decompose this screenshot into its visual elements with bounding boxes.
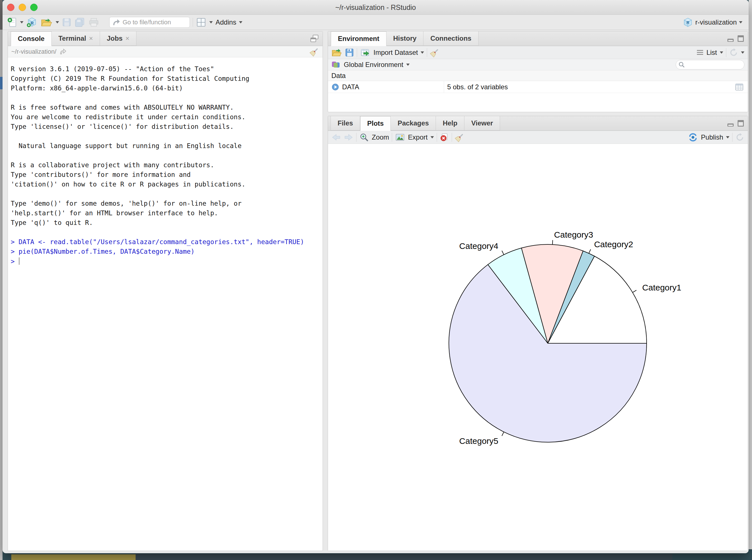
console-panel: Console Terminal × Jobs × ~/r-visualizat… — [8, 31, 323, 551]
tab-terminal[interactable]: Terminal × — [52, 31, 100, 46]
expand-object-icon[interactable] — [331, 83, 339, 91]
scope-selector-label[interactable]: Global Environment — [344, 61, 403, 69]
tab-connections[interactable]: Connections — [423, 31, 478, 46]
refresh-environment-icon[interactable] — [729, 48, 738, 57]
refresh-plot-icon[interactable] — [735, 133, 744, 142]
previous-plot-icon[interactable] — [331, 133, 341, 142]
project-caret — [739, 21, 743, 23]
window-title: ~/r-visualization - RStudio — [3, 0, 749, 15]
console-cursor[interactable] — [19, 257, 20, 265]
pane-layout-icon[interactable] — [196, 17, 206, 28]
console-output-line: Platform: x86_64-apple-darwin15.6.0 (64-… — [11, 84, 321, 94]
console-output-line: You are welcome to redistribute it under… — [11, 113, 321, 123]
minimize-pane-icon[interactable] — [727, 34, 734, 43]
list-view-label[interactable]: List — [707, 48, 717, 57]
save-icon[interactable] — [62, 18, 72, 27]
tab-environment[interactable]: Environment — [331, 32, 386, 46]
pie-chart: Category1Category2Category3Category4Cate… — [328, 144, 748, 551]
export-plot-label[interactable]: Export — [408, 133, 427, 141]
environment-toolbar: Import Dataset List — [328, 46, 748, 59]
console-output-line: R is a collaborative project with many c… — [11, 161, 321, 171]
tab-history[interactable]: History — [386, 31, 424, 46]
scope-selector-caret[interactable] — [406, 64, 410, 66]
goto-file-box[interactable] — [109, 17, 190, 28]
console-command-line: > DATA <- read.table("/Users/lsalazar/co… — [11, 238, 321, 248]
next-plot-icon[interactable] — [344, 133, 353, 142]
console-output-line: Type 'license()' or 'licence()' for dist… — [11, 123, 321, 133]
addins-label[interactable]: Addins — [216, 18, 236, 26]
pie-label: Category1 — [642, 283, 681, 292]
tab-viewer[interactable]: Viewer — [464, 116, 500, 131]
restore-panes-icon[interactable] — [310, 34, 319, 43]
import-dataset-label[interactable]: Import Dataset — [373, 48, 418, 57]
goto-directory-icon[interactable] — [59, 48, 67, 55]
working-dir-label[interactable]: ~/r-visualization/ — [11, 48, 57, 55]
goto-file-input[interactable] — [123, 19, 185, 26]
publish-icon[interactable] — [688, 133, 698, 142]
pie-label: Category4 — [459, 241, 498, 251]
zoom-plot-label[interactable]: Zoom — [372, 133, 389, 141]
environment-search-input[interactable] — [687, 61, 737, 68]
new-project-icon[interactable]: R — [26, 17, 38, 28]
clear-environment-broom-icon[interactable] — [430, 48, 440, 57]
import-dataset-caret[interactable] — [421, 52, 424, 54]
maximize-pane-icon[interactable] — [737, 119, 744, 127]
project-name: r-visualization — [695, 18, 737, 26]
print-icon[interactable] — [88, 18, 99, 27]
environment-search-box[interactable] — [676, 60, 744, 69]
console-working-dir-row: ~/r-visualization/ — [8, 46, 323, 57]
tab-files[interactable]: Files — [330, 116, 360, 131]
toolbar-separator — [726, 48, 726, 57]
goto-arrow-icon — [112, 18, 120, 26]
console-output-line: 'help.start()' for an HTML browser inter… — [11, 209, 321, 219]
tab-help[interactable]: Help — [435, 116, 464, 131]
load-workspace-icon[interactable] — [331, 48, 342, 57]
pie-label-tick — [632, 290, 636, 293]
console-output: R version 3.6.1 (2019-07-05) -- "Action … — [11, 65, 321, 267]
open-file-menu-caret[interactable] — [56, 21, 59, 23]
tab-jobs[interactable]: Jobs × — [100, 31, 137, 46]
rstudio-window: ~/r-visualization - RStudio R Addins — [3, 0, 749, 553]
maximize-pane-icon[interactable] — [737, 34, 744, 43]
console-output-line — [11, 94, 321, 104]
remove-plot-icon[interactable] — [440, 133, 449, 142]
background-window-strip — [0, 0, 3, 560]
object-summary: 5 obs. of 2 variables — [447, 83, 508, 91]
save-workspace-icon[interactable] — [345, 48, 354, 57]
new-file-menu-caret[interactable] — [20, 21, 23, 23]
project-selector[interactable]: R r-visualization — [683, 17, 743, 27]
list-view-caret[interactable] — [720, 52, 723, 54]
console-output-line: Natural language support but running in … — [11, 142, 321, 152]
close-icon[interactable]: × — [89, 35, 93, 42]
titlebar: ~/r-visualization - RStudio — [3, 0, 749, 15]
clear-console-broom-icon[interactable] — [310, 47, 319, 57]
tab-plots[interactable]: Plots — [360, 116, 391, 131]
addins-caret[interactable] — [239, 21, 242, 23]
zoom-plot-icon[interactable] — [359, 133, 369, 142]
open-file-icon[interactable] — [40, 17, 53, 27]
import-dataset-icon[interactable] — [360, 48, 371, 57]
export-plot-caret[interactable] — [430, 136, 434, 138]
refresh-environment-caret[interactable] — [741, 52, 744, 54]
save-all-icon[interactable] — [74, 17, 86, 27]
view-table-icon[interactable] — [735, 83, 744, 91]
plot-display-area: Category1Category2Category3Category4Cate… — [328, 144, 748, 551]
minimize-pane-icon[interactable] — [727, 119, 734, 127]
plots-tabstrip: Files Plots Packages Help Viewer — [328, 116, 748, 131]
export-plot-icon[interactable] — [395, 133, 405, 142]
pie-label-tick — [502, 432, 504, 436]
console-tabstrip: Console Terminal × Jobs × — [8, 32, 323, 46]
publish-label[interactable]: Publish — [701, 133, 723, 141]
new-file-icon[interactable] — [7, 17, 17, 27]
clear-plots-broom-icon[interactable] — [455, 133, 464, 142]
console-output-line: Type 'q()' to quit R. — [11, 219, 321, 228]
environment-object-row[interactable]: DATA 5 obs. of 2 variables — [328, 81, 748, 93]
tab-console[interactable]: Console — [11, 32, 52, 46]
list-view-icon[interactable] — [696, 49, 704, 56]
publish-caret[interactable] — [726, 136, 729, 138]
close-icon[interactable]: × — [125, 35, 129, 42]
tab-packages[interactable]: Packages — [390, 116, 436, 131]
console-output-line — [11, 228, 321, 238]
pane-layout-caret[interactable] — [209, 21, 213, 23]
console-command-line: > — [11, 257, 321, 267]
